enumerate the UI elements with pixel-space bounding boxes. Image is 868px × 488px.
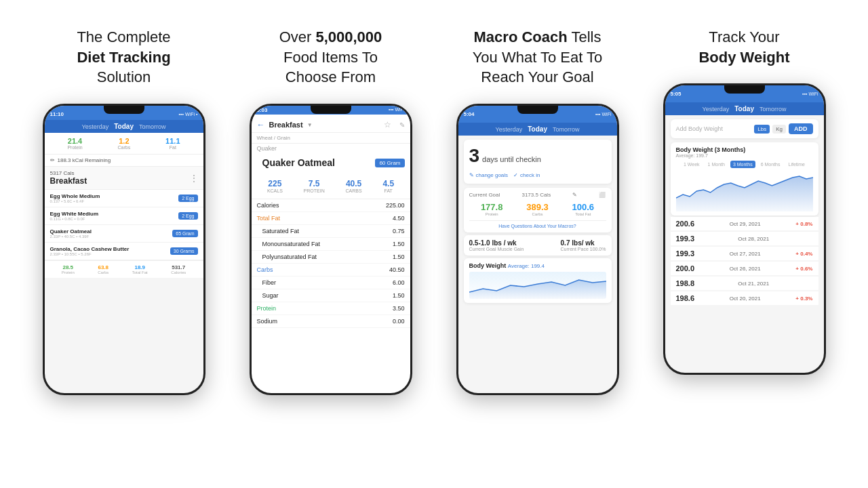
phone-4-screen: 5:05 ▪▪▪ WiFi Yesterday Today Tomorrow A… xyxy=(665,85,824,373)
tab-1week[interactable]: 1 Week xyxy=(681,161,703,168)
entry-date-4: Oct 26, 2021 xyxy=(730,266,761,272)
change-goals-btn[interactable]: ✎ change goals xyxy=(469,172,509,178)
nutr-poly-fat: Polyunsaturated Fat 1.50 xyxy=(252,251,410,264)
total-cals-val: 531.7 xyxy=(171,264,186,270)
checkin-days-text: days until checkin xyxy=(482,155,541,163)
nutr-monofat-key: Monounsaturated Fat xyxy=(257,241,321,247)
add-button[interactable]: ADD xyxy=(789,123,813,134)
total-protein-val: 28.5 xyxy=(62,264,75,270)
checkin-actions: ✎ change goals ✓ check in xyxy=(469,172,606,178)
phone-2-time: 5:03 xyxy=(257,107,268,113)
add-weight-row: Add Body Weight Lbs Kg ADD xyxy=(671,119,818,138)
nav-yesterday-4[interactable]: Yesterday xyxy=(703,106,730,113)
nutr-fat-key: Total Fat xyxy=(257,215,281,222)
signal-icon-4: ▪▪▪ xyxy=(802,92,807,96)
feature-2-title: Over 5,000,000Food Items ToChoose From xyxy=(279,27,382,87)
pace-current: 0.7 lbs/ wk Current Pace 100.0% xyxy=(561,239,606,251)
nav-yesterday-3[interactable]: Yesterday xyxy=(496,126,523,133)
signal-icon-2: ▪▪▪ xyxy=(389,107,393,113)
p2-protein-lbl: PROTEIN xyxy=(304,188,325,193)
phone-3-header: 5:04 ▪▪▪ WiFi xyxy=(458,106,617,123)
edit-icon-2[interactable]: ✎ xyxy=(399,121,405,129)
tab-1month[interactable]: 1 Month xyxy=(705,161,728,168)
checkin-days-row: 3 days until checkin xyxy=(469,145,606,167)
checkin-days-val: 3 xyxy=(469,145,480,167)
phone-1-screen: 11:10 ▪▪▪ WiFi ▪ Yesterday Today Tomorro… xyxy=(45,106,203,393)
pace-box: 0.5-1.0 lbs / wk Current Goal Muscle Gai… xyxy=(464,235,612,256)
goal-protein-val: 177.8 xyxy=(481,202,503,212)
food-source: Wheat / Grain xyxy=(252,133,410,144)
goal-fat-lbl: Total Fat xyxy=(572,212,595,216)
tab-6months[interactable]: 6 Months xyxy=(758,161,783,168)
edit-icon-3: ✎ xyxy=(469,172,474,178)
total-protein: 28.5 Protein xyxy=(62,264,75,274)
add-weight-input[interactable]: Add Body Weight xyxy=(676,125,723,132)
tab-3months[interactable]: 3 Months xyxy=(730,161,755,168)
goal-header: Current Goal 3173.5 Cals ✎ ⬜ xyxy=(469,192,606,198)
food-item-1: Egg Whole Medium 0.137 • 5.6C • 6.4F 2 E… xyxy=(45,190,203,207)
phone-1-totals: 28.5 Protein 63.8 Carbs 18.9 Total Fat 5… xyxy=(45,260,203,278)
back-icon-2[interactable]: ← xyxy=(257,120,265,129)
tab-lifetime[interactable]: Lifetime xyxy=(785,161,808,168)
macro-question-text[interactable]: Have Questions About Your Macros? xyxy=(469,220,606,228)
nav-today-1[interactable]: Today xyxy=(114,123,134,130)
phone-1-time: 11:10 xyxy=(50,111,64,117)
total-carbs-lbl: Carbs xyxy=(98,270,108,274)
nutr-fiber-val: 6.00 xyxy=(393,279,405,286)
nav-tomorrow-4[interactable]: Tomorrow xyxy=(760,106,787,113)
wifi-icon-3: WiFi xyxy=(602,112,612,117)
pace-goal-lbl: Current Goal Muscle Gain xyxy=(469,247,524,251)
kg-button[interactable]: Kg xyxy=(772,125,786,134)
calories-remaining-text: 188.3 kCal Remaining xyxy=(58,157,111,163)
food-badge-3[interactable]: 65 Gram xyxy=(172,230,197,237)
entry-date-2: Oct 28, 2021 xyxy=(738,236,769,242)
check-in-btn[interactable]: ✓ check in xyxy=(513,172,540,178)
nav-tomorrow-1[interactable]: Tomorrow xyxy=(139,123,166,130)
macro-fat-lbl-1: Fat xyxy=(165,145,180,150)
food-item-2: Egg White Medium 0.11G • 0.8C • 0.0F 2 E… xyxy=(45,207,203,225)
macro-carbs-lbl-1: Carbs xyxy=(118,145,131,150)
nav-yesterday-1[interactable]: Yesterday xyxy=(82,123,109,130)
phone-1-header: 11:10 ▪▪▪ WiFi ▪ xyxy=(45,106,203,120)
phone-1-nav: Yesterday Today Tomorrow xyxy=(45,120,203,133)
entry-row-2: 199.3 Oct 28, 2021 xyxy=(671,232,818,246)
battery-icon: ▪ xyxy=(196,112,197,117)
macro-carbs-val-1: 1.2 xyxy=(118,137,131,145)
food-name-3: Quaker Oatmeal xyxy=(50,228,92,235)
nutr-polyfat-val: 1.50 xyxy=(393,253,405,260)
food-item-4: Granola, Cacao Cashew Butter 2.33P • 10.… xyxy=(45,243,203,260)
phone-2-frame: 5:03 ▪▪▪ WiFi ← Breakfast ▼ ☆ ✎ xyxy=(250,104,412,395)
entry-row-6: 198.6 Oct 20, 2021 + 0.3% xyxy=(671,291,818,306)
p2-macro-fat: 4.5 FAT xyxy=(382,179,394,193)
total-fat: 18.9 Total Fat xyxy=(132,264,148,274)
entry-change-6: + 0.3% xyxy=(795,296,812,302)
food-badge-4[interactable]: 30 Grams xyxy=(170,247,198,255)
star-icon[interactable]: ☆ xyxy=(384,120,391,129)
weight-box: Body Weight Average: 199.4 xyxy=(464,258,612,303)
food-badge-2[interactable]: 2 Egg xyxy=(178,212,197,220)
edit-icon-goal[interactable]: ✎ xyxy=(572,192,577,198)
feature-body-weight: Track YourBody Weight 5:05 ▪▪▪ WiFi Yest… xyxy=(650,27,840,375)
weight-chart-main-svg xyxy=(676,171,813,211)
nav-today-4[interactable]: Today xyxy=(734,105,754,113)
nav-today-3[interactable]: Today xyxy=(528,125,547,133)
macro-protein-1: 21.4 Protein xyxy=(67,137,82,150)
food-gram-badge[interactable]: 60 Gram xyxy=(375,159,404,167)
more-icon[interactable]: ⋮ xyxy=(190,174,198,183)
share-icon-goal[interactable]: ⬜ xyxy=(599,192,606,198)
wifi-icon-2: WiFi xyxy=(395,107,405,113)
food-badge-1[interactable]: 2 Egg xyxy=(178,195,197,202)
total-fat-lbl: Total Fat xyxy=(132,270,148,274)
nutr-calories: Calories 225.00 xyxy=(252,199,410,212)
phone-4-time: 5:05 xyxy=(671,91,682,97)
goal-carbs-lbl: Carbs xyxy=(526,212,549,216)
phone-3-icons: ▪▪▪ WiFi xyxy=(595,112,611,117)
food-details-4: 2.33P • 10.55C • 5.26F xyxy=(50,252,130,256)
p2-kcals-val: 225 xyxy=(267,179,283,188)
entry-weight-5: 198.8 xyxy=(676,279,695,287)
nav-tomorrow-3[interactable]: Tomorrow xyxy=(553,126,580,133)
lbs-button[interactable]: Lbs xyxy=(754,125,770,134)
meal-name-text: Breakfast xyxy=(50,176,87,186)
p2-macro-protein: 7.5 PROTEIN xyxy=(304,179,325,193)
phone-2-screen: 5:03 ▪▪▪ WiFi ← Breakfast ▼ ☆ ✎ xyxy=(252,106,410,393)
